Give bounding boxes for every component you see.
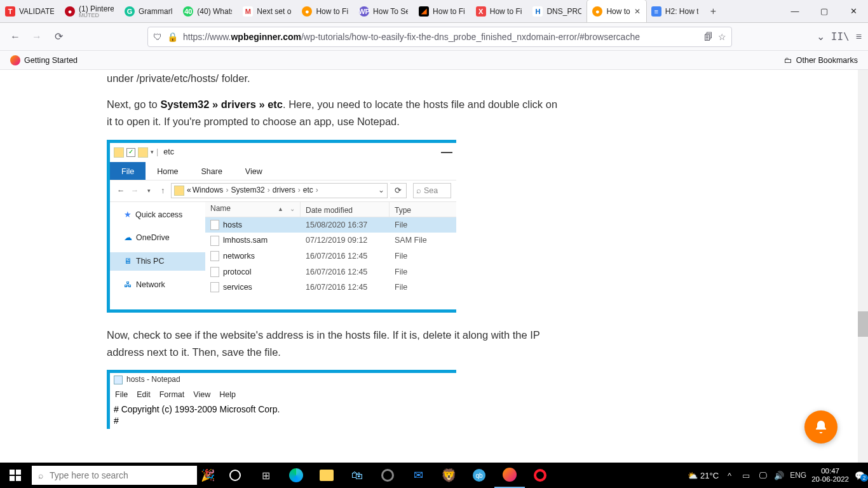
taskbar-firefox[interactable] [494,463,525,488]
tray-chevron-up-icon[interactable]: ^ [724,471,735,480]
file-row[interactable]: networks16/07/2016 12:45File [205,248,456,264]
nav-onedrive[interactable]: ☁OneDrive [110,229,205,247]
taskbar-search-input[interactable]: ⌕ Type here to search [32,466,197,485]
menu-file[interactable]: File [115,388,128,402]
taskbar-edge[interactable] [281,463,311,488]
nav-network[interactable]: 🖧Network [110,276,205,294]
tray-language[interactable]: ENG [790,471,806,480]
ribbon-tab-view[interactable]: View [234,162,274,180]
file-type: SAM File [390,234,456,247]
bookmark-star-icon[interactable]: ☆ [718,32,726,42]
library-icon[interactable]: II\ [831,30,850,43]
page-scrollbar[interactable] [858,70,868,463]
breadcrumb-segment[interactable]: Windows [193,184,224,197]
tray-clock[interactable]: 00:47 20-06-2022 [811,467,849,483]
tray-notifications-icon[interactable]: 💬2 [854,471,865,480]
refresh-button[interactable]: ⟳ [390,183,407,198]
menu-edit[interactable]: Edit [137,388,151,402]
history-dropdown-icon[interactable]: ▾ [143,186,154,196]
taskbar-store[interactable]: 🛍 [342,463,372,488]
menu-view[interactable]: View [193,388,210,402]
chevron-down-icon[interactable]: ⌄ [378,184,384,197]
back-button[interactable]: ← [6,28,24,46]
browser-tab[interactable]: ●How to✕ [587,0,646,22]
reader-mode-icon[interactable]: 🗐 [704,32,713,42]
bookmark-other-bookmarks[interactable]: 🗀 Other Bookmarks [780,54,862,67]
chevron-down-icon[interactable]: ⌄ [290,204,295,215]
pocket-icon[interactable]: ⌄ [817,30,825,43]
taskbar-opera-gx[interactable] [372,463,403,488]
file-list-header: Name▲⌄ Date modified Type [205,202,456,217]
window-restore-button[interactable]: ▢ [810,0,839,22]
browser-tab[interactable]: 40(40) Whats [178,0,238,22]
browser-tab[interactable]: WPHow To Se [354,0,414,22]
breadcrumb[interactable]: « Windows›System32›drivers›etc› ⌄ [171,183,388,198]
file-row[interactable]: hosts15/08/2020 16:37File [205,217,456,233]
taskbar-cortana[interactable] [220,463,250,488]
notification-bell-button[interactable] [804,410,837,444]
reload-button[interactable]: ⟳ [50,28,67,46]
file-icon [210,236,219,246]
breadcrumb-segment[interactable]: etc [303,184,313,197]
up-button[interactable]: ↑ [157,184,168,198]
browser-tab[interactable]: ●(1) PintereMUTED [60,0,119,22]
back-button[interactable]: ← [115,184,126,198]
window-minimize-button[interactable]: — [780,0,810,22]
forward-button[interactable]: → [28,28,46,46]
folder-icon [138,147,148,158]
explorer-search-input[interactable]: ⌕ Sea [413,183,451,198]
tray-volume-icon[interactable]: 🔊 [773,471,785,480]
browser-tab[interactable]: ●How to Fi [297,0,354,22]
taskbar-qbittorrent[interactable]: qb [464,463,494,488]
breadcrumb-segment[interactable]: drivers [273,184,295,197]
notepad-textarea[interactable]: # Copyright (c) 1993-2009 Microsoft Corp… [110,403,456,429]
browser-tab[interactable]: ◢How to Fi [414,0,471,22]
forward-button[interactable]: → [129,184,140,198]
menu-help[interactable]: Help [219,388,236,402]
qb-icon: qb [473,469,485,482]
tab-close-button[interactable]: ✕ [634,7,641,16]
window-minimize-button[interactable]: — [441,143,452,162]
file-row[interactable]: services16/07/2016 12:45File [205,280,456,295]
column-header-date[interactable]: Date modified [301,202,390,217]
favicon-icon: M [243,6,253,17]
browser-tab[interactable]: MNext set o [238,0,297,22]
window-close-button[interactable]: ✕ [839,0,868,22]
browser-tab[interactable]: GGrammarl [119,0,178,22]
start-button[interactable] [0,463,31,488]
taskbar-brave[interactable]: 🦁 [433,463,464,488]
scrollbar-thumb[interactable] [858,311,868,337]
tray-battery-icon[interactable]: ▭ [740,471,752,480]
column-header-name[interactable]: Name▲⌄ [205,202,301,217]
new-tab-button[interactable]: + [704,0,722,22]
url-bar[interactable]: 🛡 🔒 https://www.wpbeginner.com/wp-tutori… [147,27,732,47]
weather-widget[interactable]: ⛅ 21°C [688,471,719,480]
taskbar-opera[interactable] [525,463,555,488]
tray-display-icon[interactable]: 🖵 [757,471,768,480]
file-row[interactable]: protocol16/07/2016 12:45File [205,264,456,280]
nav-quick-access[interactable]: ★Quick access [110,206,205,224]
ribbon-tab-file[interactable]: File [110,162,146,180]
browser-tab[interactable]: ≡H2: How t [646,0,705,22]
bookmark-getting-started[interactable]: Getting Started [6,53,81,67]
taskbar-taskview[interactable]: ⊞ [250,463,281,488]
nav-this-pc[interactable]: 🖥This PC [110,252,205,271]
tab-label: DNS_PRO [546,7,581,16]
taskbar-mail[interactable]: ✉ [403,463,433,488]
browser-tab[interactable]: HDNS_PRO [527,0,587,22]
favicon-icon: T [5,6,15,17]
ribbon-tab-share[interactable]: Share [190,162,234,180]
browser-tab[interactable]: XHow to Fi [471,0,528,22]
breadcrumb-segment[interactable]: System32 [231,184,264,197]
file-date: 07/12/2019 09:12 [301,234,390,247]
app-menu-icon[interactable]: ≡ [856,31,862,43]
file-name: networks [223,250,255,263]
menu-format[interactable]: Format [159,388,185,402]
taskbar-fileexplorer[interactable] [311,463,342,488]
file-date: 16/07/2016 12:45 [301,250,390,263]
column-header-type[interactable]: Type [390,202,456,217]
browser-tab[interactable]: TVALIDATE [0,0,60,22]
ribbon-tab-home[interactable]: Home [146,162,189,180]
file-row[interactable]: lmhosts.sam07/12/2019 09:12SAM File [205,233,456,248]
network-icon: 🖧 [124,278,132,292]
